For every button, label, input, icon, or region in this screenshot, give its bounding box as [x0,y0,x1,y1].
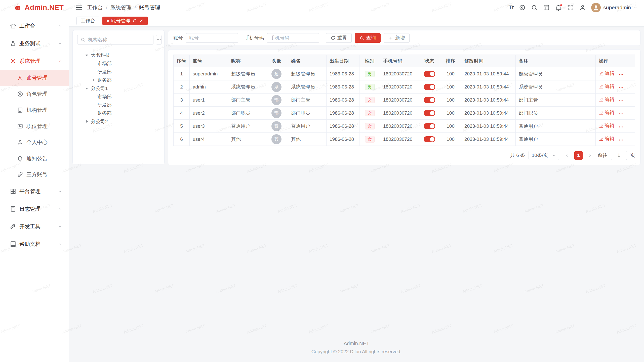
app-root: Admin.NET 工作台业务测试系统管理账号管理角色管理机构管理职位管理个人中… [0,0,644,362]
cell-birth-date: 1986-06-28 [327,133,359,146]
goto-page-input[interactable] [611,151,627,160]
edit-button[interactable]: 编辑 [599,135,614,142]
column-header: 排序 [440,55,461,67]
tab-workbench[interactable]: 工作台 [76,17,99,25]
phone-input[interactable] [267,33,319,43]
sidebar-item-dev-tools[interactable]: 开发工具 [0,218,69,235]
cell-index: 4 [174,107,190,120]
tree-node[interactable]: 大名科技 [77,51,160,59]
cell-name: 超级管理员 [288,67,327,80]
more-button[interactable] [156,35,162,44]
refresh-icon[interactable] [133,19,137,23]
pagination: 共 6 条 10条/页 1 前往 页 [173,151,635,160]
tree-node[interactable]: 分公司2 [77,117,160,126]
status-toggle[interactable] [424,110,435,116]
app-logo[interactable]: Admin.NET [0,0,69,15]
row-more-button[interactable] [618,111,624,117]
row-more-button[interactable] [618,98,624,104]
fullscreen-icon[interactable] [567,4,574,11]
sidebar-item-business-test[interactable]: 业务测试 [0,35,69,52]
sidebar-item-notice[interactable]: 通知公告 [0,150,69,166]
sidebar-item-system-management[interactable]: 系统管理 [0,52,69,70]
user-menu[interactable]: superadmin [591,3,637,12]
user-icon[interactable] [579,4,586,11]
cell-order: 100 [440,120,461,133]
table-panel: 序号账号昵称头像姓名出生日期性别手机号码状态排序修改时间备注操作 1supera… [168,49,640,165]
cell-gender: 男 [359,67,380,80]
row-more-button[interactable] [618,137,624,143]
chevron-down-icon [58,24,62,28]
row-more-button[interactable] [618,124,624,130]
target-icon[interactable] [519,4,526,11]
row-more-button[interactable] [618,85,624,90]
page-size-select[interactable]: 10条/页 [529,151,559,160]
sidebar-item-workbench[interactable]: 工作台 [0,17,69,35]
sidebar-item-platform-management[interactable]: 平台管理 [0,183,69,200]
close-icon[interactable] [139,19,143,23]
status-toggle[interactable] [424,84,435,90]
sidebar-item-third-party-account[interactable]: 三方账号 [0,166,69,183]
search-button[interactable]: 查询 [355,33,381,43]
tree-node[interactable]: 财务部 [77,109,160,117]
status-toggle[interactable] [424,71,435,77]
sidebar-item-label: 账号管理 [26,74,62,81]
breadcrumb-item[interactable]: 工作台 [87,4,103,11]
test-icon [10,40,16,47]
prev-page-button[interactable] [563,151,571,159]
table-row: 1superadmin超级管理员超超级管理员1986-06-28男1802003… [174,67,635,80]
header-actions: Tt superadmin [509,3,638,12]
cell-account: superadmin [190,67,228,80]
tree-node[interactable]: 财务部 [77,76,160,84]
tree-node[interactable]: 市场部 [77,93,160,101]
edit-label: 编辑 [605,70,614,77]
sidebar-item-help-docs[interactable]: 帮助文档 [0,235,69,253]
edit-button[interactable]: 编辑 [599,109,614,116]
cell-order: 100 [440,67,461,80]
more-icon [618,98,624,104]
edit-button[interactable]: 编辑 [599,122,614,129]
edit-button[interactable]: 编辑 [599,96,614,103]
sidebar-item-role-management[interactable]: 角色管理 [0,86,69,102]
hamburger-icon[interactable] [75,4,83,11]
edit-button[interactable]: 编辑 [599,70,614,77]
status-toggle[interactable] [424,136,435,142]
row-more-button[interactable] [618,72,624,77]
status-toggle[interactable] [424,97,435,103]
font-size-icon[interactable]: Tt [509,4,514,11]
theme-icon[interactable] [543,4,550,11]
filter-bar: 账号 手机号码 重置 查询 [168,30,640,46]
cell-birth-date: 1986-06-28 [327,94,359,107]
sidebar-item-personal-center[interactable]: 个人中心 [0,134,69,150]
next-page-button[interactable] [586,151,594,159]
reset-button[interactable]: 重置 [326,33,352,43]
username: superadmin [603,5,631,11]
org-search-input[interactable] [88,37,150,43]
sidebar-item-label: 通知公告 [26,155,62,162]
cell-actions: 编辑 [596,80,635,94]
tree-node[interactable]: 研发部 [77,101,160,109]
chevron-down-icon [58,189,62,193]
sidebar-item-position-management[interactable]: 职位管理 [0,118,69,134]
chevron-down-icon [58,224,62,229]
search-icon [359,36,364,40]
sidebar-item-log-management[interactable]: 日志管理 [0,200,69,218]
add-button[interactable]: 新增 [384,33,410,43]
bell-icon[interactable] [555,4,562,11]
tree-node[interactable]: 研发部 [77,68,160,76]
tab-account-management[interactable]: 账号管理 [102,17,148,25]
page-number-current[interactable]: 1 [574,151,583,160]
cell-index: 5 [174,120,190,133]
column-header: 头像 [265,55,288,67]
search-icon[interactable] [531,4,538,11]
status-toggle[interactable] [424,123,435,129]
cell-modified-time: 2023-01-03 10:59:44 [461,94,516,107]
sidebar-item-label: 角色管理 [26,90,62,98]
sidebar-item-org-management[interactable]: 机构管理 [0,102,69,118]
tree-node[interactable]: 市场部 [77,59,160,68]
tree-node[interactable]: 分公司1 [77,84,160,93]
account-input[interactable] [186,33,238,43]
edit-icon [599,84,603,89]
sidebar-item-account-management[interactable]: 账号管理 [0,70,69,86]
breadcrumb-item[interactable]: 系统管理 [110,4,132,11]
edit-button[interactable]: 编辑 [599,83,614,90]
